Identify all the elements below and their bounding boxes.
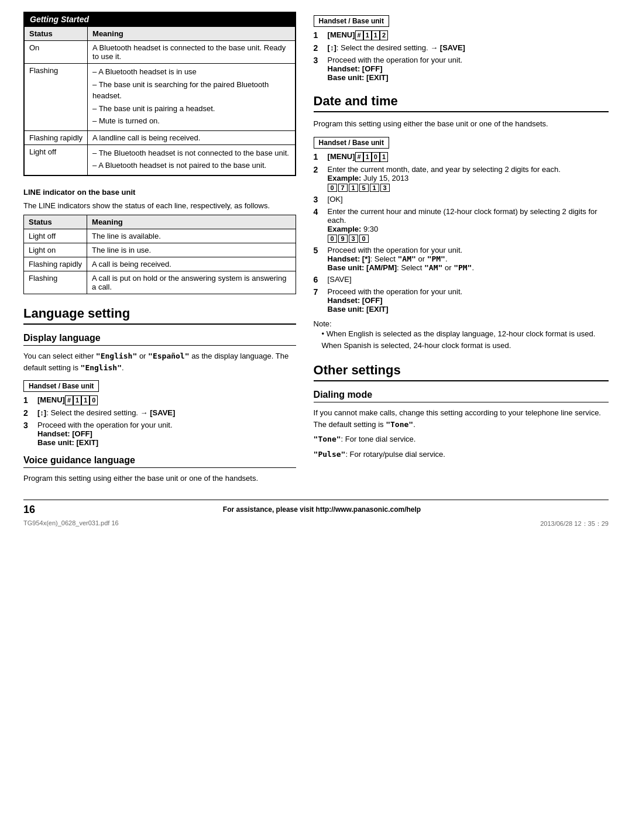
dialing-mode-desc: If you cannot make calls, change this se… xyxy=(314,407,609,430)
voice-guidance-title: Voice guidance language xyxy=(23,455,296,468)
footer: 16 For assistance, please visit http://w… xyxy=(23,500,609,516)
status-light-off: Light off xyxy=(25,144,88,175)
table-row: Flashing A Bluetooth headset is in use T… xyxy=(25,64,296,131)
step-6: 6 [SAVE] xyxy=(314,275,609,284)
footer-url: For assistance, please visit http://www.… xyxy=(223,505,421,514)
status-flashing: Flashing xyxy=(25,64,88,131)
table-row: Light off The Bluetooth headset is not c… xyxy=(25,144,296,175)
hbu-label-voice: Handset / Base unit xyxy=(314,15,389,27)
meaning-on: A Bluetooth headset is connected to the … xyxy=(88,41,296,64)
step-1: 1 [MENU]#110 xyxy=(23,395,296,405)
language-setting-title: Language setting xyxy=(23,306,296,325)
list-item: A Bluetooth headset is in use xyxy=(92,66,290,78)
getting-started-box: Getting Started Status Meaning On A Blue… xyxy=(23,12,296,176)
table-row: On A Bluetooth headset is connected to t… xyxy=(25,41,296,64)
step-5: 5 Proceed with the operation for your un… xyxy=(314,246,609,272)
hbu-label-display: Handset / Base unit xyxy=(23,380,99,392)
voice-language-steps: 1 [MENU]#112 2 [↕]: Select the desired s… xyxy=(314,30,609,82)
dialing-tone: "Tone": For tone dial service. xyxy=(314,433,609,445)
step-2: 2 [↕]: Select the desired setting. → [SA… xyxy=(314,43,609,53)
display-language-desc: You can select either "English" or "Espa… xyxy=(23,350,296,373)
getting-started-title: Getting Started xyxy=(24,12,296,26)
step-2: 2 Enter the current month, date, and yea… xyxy=(314,165,609,192)
step-3: 3 [OK] xyxy=(314,195,609,204)
note-text: When English is selected as the display … xyxy=(322,328,609,351)
table-row: Flashing rapidly A call is being receive… xyxy=(24,257,296,271)
table1-header-status: Status xyxy=(25,27,88,41)
other-settings-title: Other settings xyxy=(314,363,609,381)
table2-header-status: Status xyxy=(24,215,87,229)
note-section: Note: When English is selected as the di… xyxy=(314,319,609,351)
table-row: Flashing rapidly A landline call is bein… xyxy=(25,130,296,144)
step-1: 1 [MENU]#101 xyxy=(314,152,609,162)
meaning-light-off: The Bluetooth headset is not connected t… xyxy=(88,144,296,175)
step-3: 3 Proceed with the operation for your un… xyxy=(23,421,296,447)
page-number: 16 xyxy=(23,504,35,516)
status-table-1: Status Meaning On A Bluetooth headset is… xyxy=(24,26,296,175)
t2-meaning-flashing-rapidly: A call is being received. xyxy=(87,257,296,271)
date-time-steps: 1 [MENU]#101 2 Enter the current month, … xyxy=(314,152,609,314)
status-table-2: Status Meaning Light off The line is ava… xyxy=(23,215,296,294)
content-area: Getting Started Status Meaning On A Blue… xyxy=(23,12,609,488)
bottom-left: TG954x(en)_0628_ver031.pdf 16 xyxy=(23,519,119,528)
voice-guidance-desc: Program this setting using either the ba… xyxy=(23,473,296,484)
line-indicator-section: LINE indicator on the base unit The LINE… xyxy=(23,188,296,295)
step-4: 4 Enter the current hour and minute (12-… xyxy=(314,207,609,243)
status-flashing-rapidly: Flashing rapidly xyxy=(25,130,88,144)
right-column: Handset / Base unit 1 [MENU]#112 2 [↕]: … xyxy=(314,12,609,488)
list-item: The base unit is pairing a headset. xyxy=(92,103,290,115)
list-item: The base unit is searching for the paire… xyxy=(92,79,290,102)
display-language-steps: 1 [MENU]#110 2 [↕]: Select the desired s… xyxy=(23,395,296,447)
page-wrapper: Getting Started Status Meaning On A Blue… xyxy=(23,12,609,528)
list-item: A Bluetooth headset is not paired to the… xyxy=(92,160,290,171)
meaning-flashing-rapidly: A landline call is being received. xyxy=(88,130,296,144)
dialing-pulse: "Pulse": For rotary/pulse dial service. xyxy=(314,449,609,460)
t2-meaning-light-on: The line is in use. xyxy=(87,243,296,257)
bottom-meta: TG954x(en)_0628_ver031.pdf 16 2013/06/28… xyxy=(23,519,609,528)
table2-header-meaning: Meaning xyxy=(87,215,296,229)
step-3: 3 Proceed with the operation for your un… xyxy=(314,56,609,82)
hbu-label-datetime: Handset / Base unit xyxy=(314,137,389,149)
table1-header-meaning: Meaning xyxy=(88,27,296,41)
step-1: 1 [MENU]#112 xyxy=(314,30,609,40)
t2-meaning-light-off: The line is available. xyxy=(87,229,296,243)
list-item: The Bluetooth headset is not connected t… xyxy=(92,147,290,159)
left-column: Getting Started Status Meaning On A Blue… xyxy=(23,12,296,488)
table-row: Light on The line is in use. xyxy=(24,243,296,257)
t2-meaning-flashing: A call is put on hold or the answering s… xyxy=(87,271,296,294)
dialing-mode-title: Dialing mode xyxy=(314,390,609,402)
table-row: Light off The line is available. xyxy=(24,229,296,243)
line-indicator-title: LINE indicator on the base unit xyxy=(23,188,296,197)
status-on: On xyxy=(25,41,88,64)
date-time-desc: Program this setting using either the ba… xyxy=(314,118,609,130)
note-title: Note: xyxy=(314,319,332,328)
t2-light-off: Light off xyxy=(24,229,87,243)
display-language-title: Display language xyxy=(23,333,296,346)
bottom-right: 2013/06/28 12：35：29 xyxy=(540,519,609,528)
step-7: 7 Proceed with the operation for your un… xyxy=(314,287,609,314)
list-item: Mute is turned on. xyxy=(92,115,290,127)
meaning-flashing: A Bluetooth headset is in use The base u… xyxy=(88,64,296,131)
t2-flashing: Flashing xyxy=(24,271,87,294)
line-indicator-desc: The LINE indicators show the status of e… xyxy=(23,200,296,212)
t2-flashing-rapidly: Flashing rapidly xyxy=(24,257,87,271)
date-time-title: Date and time xyxy=(314,94,609,112)
step-2: 2 [↕]: Select the desired setting. → [SA… xyxy=(23,408,296,418)
table-row: Flashing A call is put on hold or the an… xyxy=(24,271,296,294)
t2-light-on: Light on xyxy=(24,243,87,257)
